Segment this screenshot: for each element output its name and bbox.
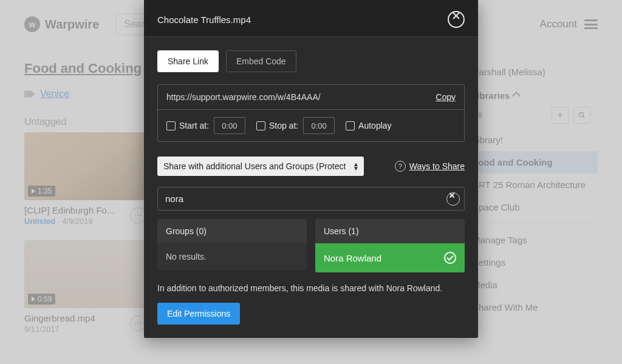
share-scope-select[interactable]: Share with additional Users and Groups (… xyxy=(157,157,364,176)
user-result-name: Nora Rowland xyxy=(324,253,381,263)
close-button[interactable] xyxy=(448,11,465,28)
close-icon xyxy=(452,15,460,24)
checkbox-icon xyxy=(256,121,265,130)
shared-with-message: In addition to authorized members, this … xyxy=(157,283,465,293)
checkbox-icon xyxy=(166,121,176,130)
ways-to-share-link[interactable]: Ways to Share xyxy=(409,161,465,171)
stop-at-option[interactable]: Stop at: xyxy=(256,117,335,134)
start-at-option[interactable]: Start at: xyxy=(166,117,245,134)
ways-to-share[interactable]: ? Ways to Share xyxy=(395,161,465,172)
groups-empty: No results. xyxy=(157,243,307,270)
modal-overlay: Chocolate Truffles.mp4 Share Link Embed … xyxy=(0,0,622,364)
share-url[interactable]: https://support.warpwire.com/w/4B4AAA/ xyxy=(166,92,429,102)
groups-results: Groups (0) No results. xyxy=(157,219,307,272)
checkbox-icon xyxy=(346,121,355,130)
users-header: Users (1) xyxy=(315,219,465,243)
share-url-box: https://support.warpwire.com/w/4B4AAA/ C… xyxy=(157,84,465,142)
user-search-input[interactable] xyxy=(157,187,465,211)
tab-share-link[interactable]: Share Link xyxy=(157,50,219,72)
modal-title: Chocolate Truffles.mp4 xyxy=(157,15,251,25)
edit-permissions-button[interactable]: Edit Permissions xyxy=(157,303,240,325)
close-icon xyxy=(449,195,457,203)
tab-row: Share Link Embed Code xyxy=(157,50,465,72)
user-result[interactable]: Nora Rowland xyxy=(315,243,465,272)
start-at-input[interactable] xyxy=(214,117,245,134)
share-modal: Chocolate Truffles.mp4 Share Link Embed … xyxy=(144,0,478,338)
help-icon: ? xyxy=(395,161,406,172)
users-results: Users (1) Nora Rowland xyxy=(315,219,465,272)
autoplay-option[interactable]: Autoplay xyxy=(346,121,391,131)
check-icon xyxy=(444,252,456,264)
stop-at-input[interactable] xyxy=(303,117,335,134)
copy-button[interactable]: Copy xyxy=(436,92,456,102)
groups-header: Groups (0) xyxy=(157,219,307,243)
tab-embed-code[interactable]: Embed Code xyxy=(226,50,296,72)
clear-search-button[interactable] xyxy=(446,192,460,206)
